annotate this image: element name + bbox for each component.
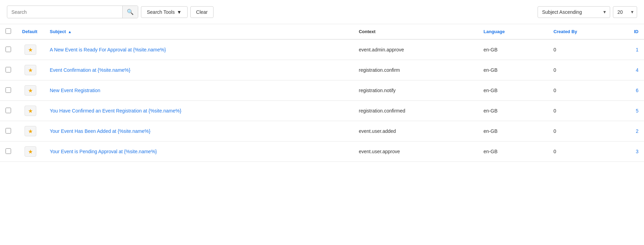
row-check-cell [0, 121, 17, 141]
row-check-cell [0, 101, 17, 121]
row-checkbox[interactable] [6, 148, 11, 154]
row-checkbox[interactable] [6, 47, 11, 52]
select-all-checkbox[interactable] [6, 28, 11, 34]
row-context-cell: registration.notify [353, 80, 478, 101]
search-icon: 🔍 [127, 9, 134, 15]
row-subject-cell: Event Confirmation at {%site.name%} [44, 60, 353, 80]
search-button[interactable]: 🔍 [122, 6, 138, 18]
language-value: en-GB [484, 149, 498, 154]
subject-link[interactable]: Your Event Has Been Added at {%site.name… [50, 128, 150, 134]
header-default: Default [17, 24, 44, 39]
clear-button[interactable]: Clear [190, 6, 214, 18]
row-check-cell [0, 80, 17, 101]
context-value: event.admin.approve [359, 47, 404, 52]
header-row: Default Subject ▲ Context Language Creat… [0, 24, 644, 39]
row-id-cell: 5 [623, 101, 644, 121]
row-subject-cell: New Event Registration [44, 80, 353, 101]
row-created-by-cell: 0 [548, 39, 623, 60]
id-value[interactable]: 6 [636, 88, 638, 93]
row-id-cell: 6 [623, 80, 644, 101]
table-body: ★ A New Event is Ready For Approval at {… [0, 39, 644, 162]
toolbar: 🔍 Search Tools ▼ Clear Subject Ascending… [0, 0, 644, 24]
language-value: en-GB [484, 67, 498, 73]
row-checkbox[interactable] [6, 108, 11, 113]
language-value: en-GB [484, 108, 498, 114]
context-value: registration.notify [359, 88, 396, 93]
row-default-cell: ★ [17, 60, 44, 80]
row-created-by-cell: 0 [548, 60, 623, 80]
row-subject-cell: Your Event is Pending Approval at {%site… [44, 141, 353, 162]
sort-select-wrapper: Subject Ascending Subject Descending ID … [538, 6, 610, 18]
created-by-value: 0 [553, 88, 556, 93]
subject-link[interactable]: Your Event is Pending Approval at {%site… [50, 149, 157, 154]
language-value: en-GB [484, 47, 498, 52]
row-context-cell: registration.confirmed [353, 101, 478, 121]
row-context-cell: event.user.approve [353, 141, 478, 162]
subject-sort-arrow: ▲ [68, 30, 72, 34]
table-header: Default Subject ▲ Context Language Creat… [0, 24, 644, 39]
table-row: ★ You Have Confirmed an Event Registrati… [0, 101, 644, 121]
search-input-wrapper: 🔍 [7, 6, 138, 18]
id-value[interactable]: 4 [636, 67, 638, 73]
page-size-wrapper: 10 20 50 100 ▼ [613, 6, 637, 18]
email-templates-table: Default Subject ▲ Context Language Creat… [0, 24, 644, 162]
row-default-cell: ★ [17, 80, 44, 101]
page-size-select[interactable]: 10 20 50 100 [613, 6, 637, 18]
table-row: ★ New Event Registration registration.no… [0, 80, 644, 101]
row-checkbox[interactable] [6, 128, 11, 134]
subject-link[interactable]: New Event Registration [50, 88, 100, 93]
subject-link[interactable]: A New Event is Ready For Approval at {%s… [50, 47, 166, 52]
row-language-cell: en-GB [478, 80, 548, 101]
row-context-cell: event.user.added [353, 121, 478, 141]
created-by-value: 0 [553, 47, 556, 52]
row-subject-cell: Your Event Has Been Added at {%site.name… [44, 121, 353, 141]
row-checkbox[interactable] [6, 87, 11, 93]
star-button[interactable]: ★ [25, 45, 36, 55]
row-id-cell: 3 [623, 141, 644, 162]
created-by-value: 0 [553, 108, 556, 114]
row-language-cell: en-GB [478, 121, 548, 141]
id-value[interactable]: 2 [636, 128, 638, 134]
search-tools-chevron-icon: ▼ [177, 9, 182, 15]
table-row: ★ Your Event Has Been Added at {%site.na… [0, 121, 644, 141]
row-context-cell: event.admin.approve [353, 39, 478, 60]
row-created-by-cell: 0 [548, 80, 623, 101]
star-button[interactable]: ★ [25, 126, 36, 136]
clear-label: Clear [196, 9, 208, 15]
sort-select[interactable]: Subject Ascending Subject Descending ID … [538, 6, 610, 18]
language-value: en-GB [484, 88, 498, 93]
header-check [0, 24, 17, 39]
row-subject-cell: You Have Confirmed an Event Registration… [44, 101, 353, 121]
row-check-cell [0, 60, 17, 80]
star-button[interactable]: ★ [25, 65, 36, 75]
table-row: ★ Your Event is Pending Approval at {%si… [0, 141, 644, 162]
id-value[interactable]: 1 [636, 47, 638, 52]
id-value[interactable]: 5 [636, 108, 638, 114]
star-button[interactable]: ★ [25, 106, 36, 116]
header-created-by: Created By [548, 24, 623, 39]
subject-link[interactable]: You Have Confirmed an Event Registration… [50, 108, 181, 114]
row-checkbox[interactable] [6, 67, 11, 72]
header-language: Language [478, 24, 548, 39]
header-subject[interactable]: Subject ▲ [44, 24, 353, 39]
row-default-cell: ★ [17, 39, 44, 60]
row-context-cell: registration.confirm [353, 60, 478, 80]
row-id-cell: 1 [623, 39, 644, 60]
language-value: en-GB [484, 128, 498, 134]
row-default-cell: ★ [17, 121, 44, 141]
star-button[interactable]: ★ [25, 85, 36, 96]
header-id: ID [623, 24, 644, 39]
subject-link[interactable]: Event Confirmation at {%site.name%} [50, 67, 130, 73]
search-tools-button[interactable]: Search Tools ▼ [141, 6, 188, 18]
id-value[interactable]: 3 [636, 149, 638, 154]
row-check-cell [0, 141, 17, 162]
row-created-by-cell: 0 [548, 121, 623, 141]
context-value: event.user.added [359, 128, 396, 134]
context-value: registration.confirmed [359, 108, 405, 114]
row-subject-cell: A New Event is Ready For Approval at {%s… [44, 39, 353, 60]
star-button[interactable]: ★ [25, 146, 36, 157]
search-input[interactable] [7, 7, 122, 18]
created-by-value: 0 [553, 149, 556, 154]
row-language-cell: en-GB [478, 60, 548, 80]
row-default-cell: ★ [17, 141, 44, 162]
